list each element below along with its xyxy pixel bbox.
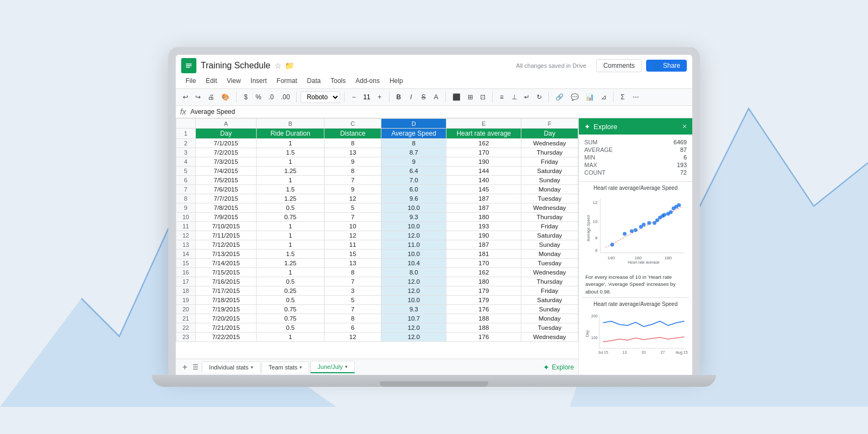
header-day[interactable]: Day (195, 129, 256, 139)
menu-view[interactable]: View (222, 75, 245, 86)
cell-day-name[interactable]: Sunday (521, 305, 578, 314)
cell-day-name[interactable]: Sunday (521, 176, 578, 185)
row-number[interactable]: 22 (176, 323, 196, 333)
cell-distance[interactable]: 7 (324, 176, 381, 185)
cell-date[interactable]: 7/16/2015 (195, 277, 256, 286)
row-number[interactable]: 13 (176, 240, 196, 250)
text-color-button[interactable]: A (431, 92, 442, 103)
cell-distance[interactable]: 8 (324, 268, 381, 277)
currency-button[interactable]: $ (240, 92, 251, 103)
cell-day-name[interactable]: Saturday (521, 231, 578, 240)
tab-team-dropdown[interactable]: ▾ (299, 365, 302, 370)
cell-date[interactable]: 7/15/2015 (195, 268, 256, 277)
cell-distance[interactable]: 7 (324, 213, 381, 222)
undo-button[interactable]: ↩ (180, 92, 191, 103)
rotate-button[interactable]: ↻ (534, 92, 545, 103)
tab-team-stats[interactable]: Team stats ▾ (261, 361, 309, 373)
cell-avg-speed[interactable]: 8.7 (381, 148, 446, 157)
row-number[interactable]: 3 (176, 148, 196, 157)
cell-heart-rate[interactable]: 179 (446, 286, 521, 296)
cell-day-name[interactable]: Thursday (521, 148, 578, 157)
more-button[interactable]: ⋯ (630, 92, 642, 103)
cell-heart-rate[interactable]: 176 (446, 305, 521, 314)
header-day-name[interactable]: Day (521, 129, 578, 139)
menu-edit[interactable]: Edit (201, 75, 221, 86)
cell-ride-duration[interactable]: 1 (257, 157, 324, 167)
cell-heart-rate[interactable]: 162 (446, 268, 521, 277)
cell-heart-rate[interactable]: 181 (446, 250, 521, 259)
comments-button[interactable]: Comments (596, 59, 642, 72)
font-size-decrease[interactable]: − (348, 92, 359, 103)
cell-ride-duration[interactable]: 0.75 (257, 305, 324, 314)
cell-day-name[interactable]: Monday (521, 314, 578, 323)
cell-day-name[interactable]: Monday (521, 250, 578, 259)
row-number[interactable]: 9 (176, 203, 196, 213)
cell-date[interactable]: 7/14/2015 (195, 259, 256, 268)
cell-heart-rate[interactable]: 179 (446, 296, 521, 305)
cell-distance[interactable]: 8 (324, 314, 381, 323)
row-number[interactable]: 4 (176, 157, 196, 167)
menu-data[interactable]: Data (303, 75, 325, 86)
cell-heart-rate[interactable]: 180 (446, 213, 521, 222)
valign-button[interactable]: ⊥ (509, 92, 520, 103)
cell-date[interactable]: 7/20/2015 (195, 314, 256, 323)
cell-day-name[interactable]: Friday (521, 286, 578, 296)
cell-day-name[interactable]: Wednesday (521, 333, 578, 342)
tab-individual-dropdown[interactable]: ▾ (251, 365, 253, 370)
cell-avg-speed[interactable]: 12.0 (381, 333, 446, 342)
cell-distance[interactable]: 5 (324, 203, 381, 213)
cell-heart-rate[interactable]: 170 (446, 259, 521, 268)
table-row[interactable]: 177/16/20150.5712.0180Thursday (176, 277, 578, 286)
cell-date[interactable]: 7/3/2015 (195, 157, 256, 167)
cell-avg-speed[interactable]: 6.4 (381, 167, 446, 176)
cell-distance[interactable]: 15 (324, 250, 381, 259)
table-row[interactable]: 27/1/2015188162Wednesday (176, 139, 578, 148)
folder-icon[interactable]: 📁 (285, 61, 294, 70)
cell-ride-duration[interactable]: 1.5 (257, 185, 324, 194)
table-row[interactable]: 107/9/20150.7579.3180Thursday (176, 213, 578, 222)
tab-june-july[interactable]: June/July ▾ (310, 361, 354, 373)
cell-date[interactable]: 7/9/2015 (195, 213, 256, 222)
cell-ride-duration[interactable]: 0.5 (257, 277, 324, 286)
cell-distance[interactable]: 13 (324, 148, 381, 157)
cell-avg-speed[interactable]: 10.0 (381, 222, 446, 231)
cell-heart-rate[interactable]: 162 (446, 139, 521, 148)
menu-tools[interactable]: Tools (326, 75, 350, 86)
fill-color-button[interactable]: ⬛ (450, 92, 463, 103)
cell-avg-speed[interactable]: 9 (381, 157, 446, 167)
col-header-E[interactable]: E (446, 119, 521, 129)
row-number[interactable]: 12 (176, 231, 196, 240)
cell-ride-duration[interactable]: 1.25 (257, 194, 324, 203)
cell-ride-duration[interactable]: 1 (257, 333, 324, 342)
table-row[interactable]: 227/21/20150.5612.0188Tuesday (176, 323, 578, 333)
redo-button[interactable]: ↪ (193, 92, 203, 103)
merge-button[interactable]: ⊡ (477, 92, 488, 103)
functions-button[interactable]: Σ (617, 92, 628, 103)
cell-heart-rate[interactable]: 187 (446, 240, 521, 250)
table-row[interactable]: 117/10/201511010.0193Friday (176, 222, 578, 231)
cell-ride-duration[interactable]: 1.25 (257, 167, 324, 176)
explore-close-button[interactable]: × (682, 122, 687, 131)
cell-distance[interactable]: 9 (324, 157, 381, 167)
cell-date[interactable]: 7/21/2015 (195, 323, 256, 333)
header-heart-rate[interactable]: Heart rate average (446, 129, 521, 139)
cell-ride-duration[interactable]: 0.5 (257, 296, 324, 305)
italic-button[interactable]: I (406, 92, 417, 103)
cell-ride-duration[interactable]: 1 (257, 268, 324, 277)
cell-ride-duration[interactable]: 0.25 (257, 286, 324, 296)
cell-date[interactable]: 7/13/2015 (195, 250, 256, 259)
cell-heart-rate[interactable]: 180 (446, 277, 521, 286)
row-number[interactable]: 20 (176, 305, 196, 314)
cell-avg-speed[interactable]: 11.0 (381, 240, 446, 250)
cell-ride-duration[interactable]: 1.5 (257, 148, 324, 157)
explore-bottom-button[interactable]: ✦ Explore (543, 363, 574, 372)
cell-avg-speed[interactable]: 7.0 (381, 176, 446, 185)
strikethrough-button[interactable]: S (418, 92, 429, 103)
table-row[interactable]: 37/2/20151.5138.7170Thursday (176, 148, 578, 157)
row-number[interactable]: 18 (176, 286, 196, 296)
decimal-decrease-button[interactable]: .0 (266, 92, 277, 103)
table-row[interactable]: 147/13/20151.51510.0181Monday (176, 250, 578, 259)
border-button[interactable]: ⊞ (465, 92, 476, 103)
cell-distance[interactable]: 3 (324, 286, 381, 296)
cell-day-name[interactable]: Thursday (521, 213, 578, 222)
